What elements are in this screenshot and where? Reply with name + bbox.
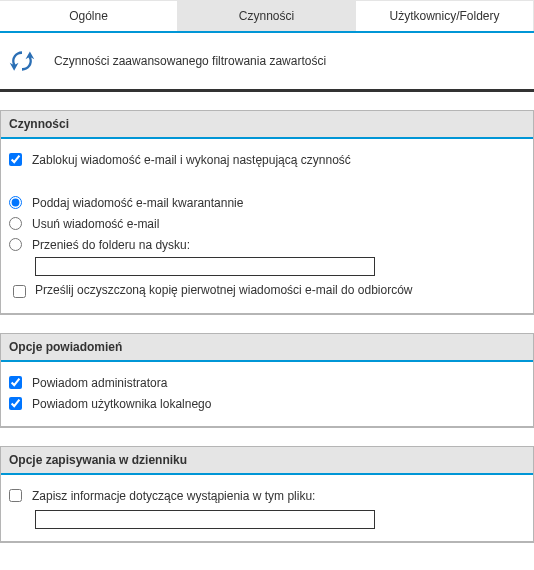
log-file-path-input[interactable] xyxy=(35,510,375,529)
block-email-row[interactable]: Zablokuj wiadomość e-mail i wykonaj nast… xyxy=(9,149,525,170)
block-email-label: Zablokuj wiadomość e-mail i wykonaj nast… xyxy=(32,153,351,167)
forward-clean-copy-checkbox[interactable] xyxy=(13,285,26,298)
page-header: Czynności zaawansowanego filtrowania zaw… xyxy=(0,33,534,92)
save-log-checkbox[interactable] xyxy=(9,489,22,502)
refresh-icon xyxy=(8,47,36,75)
radio-delete-row[interactable]: Usuń wiadomość e-mail xyxy=(9,213,525,234)
section-logging: Opcje zapisywania w dzienniku Zapisz inf… xyxy=(0,446,534,543)
notify-local-user-label: Powiadom użytkownika lokalnego xyxy=(32,397,211,411)
notify-local-user-checkbox[interactable] xyxy=(9,397,22,410)
tab-general[interactable]: Ogólne xyxy=(0,0,178,31)
radio-quarantine-label: Poddaj wiadomość e-mail kwarantannie xyxy=(32,196,243,210)
forward-clean-copy-label: Prześlij oczyszczoną kopię pierwotnej wi… xyxy=(35,282,413,298)
notify-local-user-row[interactable]: Powiadom użytkownika lokalnego xyxy=(9,393,525,414)
radio-delete[interactable] xyxy=(9,217,22,230)
block-email-checkbox[interactable] xyxy=(9,153,22,166)
section-notifications-title: Opcje powiadomień xyxy=(1,334,533,362)
save-log-row[interactable]: Zapisz informacje dotyczące wystąpienia … xyxy=(9,485,525,506)
section-actions-title: Czynności xyxy=(1,111,533,139)
notify-admin-label: Powiadom administratora xyxy=(32,376,167,390)
radio-move[interactable] xyxy=(9,238,22,251)
page-title: Czynności zaawansowanego filtrowania zaw… xyxy=(54,54,326,68)
notify-admin-row[interactable]: Powiadom administratora xyxy=(9,372,525,393)
tab-bar: Ogólne Czynności Użytkownicy/Foldery xyxy=(0,0,534,33)
save-log-label: Zapisz informacje dotyczące wystąpienia … xyxy=(32,489,315,503)
radio-quarantine-row[interactable]: Poddaj wiadomość e-mail kwarantannie xyxy=(9,192,525,213)
section-notifications: Opcje powiadomień Powiadom administrator… xyxy=(0,333,534,428)
radio-delete-label: Usuń wiadomość e-mail xyxy=(32,217,159,231)
tab-actions[interactable]: Czynności xyxy=(178,0,356,31)
radio-quarantine[interactable] xyxy=(9,196,22,209)
radio-move-row[interactable]: Przenieś do folderu na dysku: xyxy=(9,234,525,255)
section-logging-title: Opcje zapisywania w dzienniku xyxy=(1,447,533,475)
forward-clean-copy-row[interactable]: Prześlij oczyszczoną kopię pierwotnej wi… xyxy=(9,282,525,301)
tab-users-folders[interactable]: Użytkownicy/Foldery xyxy=(356,0,534,31)
notify-admin-checkbox[interactable] xyxy=(9,376,22,389)
radio-move-label: Przenieś do folderu na dysku: xyxy=(32,238,190,252)
section-actions: Czynności Zablokuj wiadomość e-mail i wy… xyxy=(0,110,534,315)
move-path-input[interactable] xyxy=(35,257,375,276)
